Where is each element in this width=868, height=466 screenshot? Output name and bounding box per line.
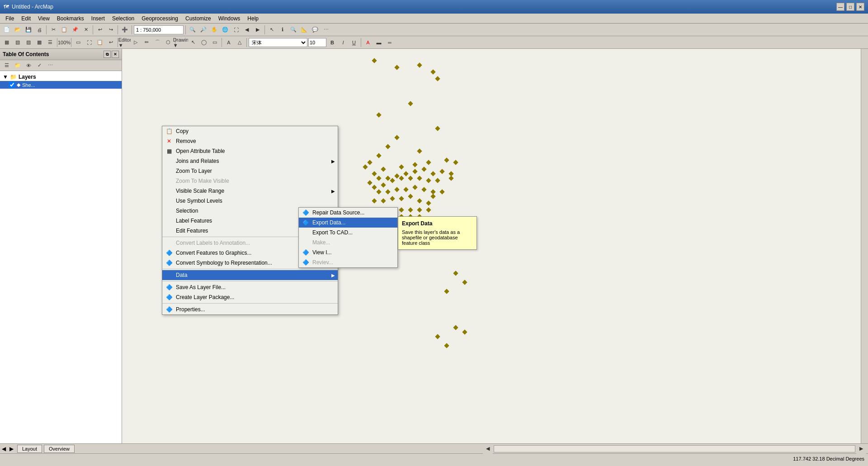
right-scrollbar[interactable] (861, 49, 868, 443)
tab-overview[interactable]: Overview (44, 445, 75, 453)
ctx-open-attr[interactable]: ▦ Open Attribute Table (162, 146, 338, 156)
nav-prev[interactable]: ◀ (2, 446, 6, 452)
paste-btn[interactable]: 📌 (70, 25, 80, 35)
open-btn[interactable]: 📂 (13, 25, 23, 35)
ctx-repair-ds[interactable]: 🔷 Repair Data Source... (299, 208, 397, 218)
copy-btn[interactable]: 📋 (59, 25, 69, 35)
menu-insert[interactable]: Insert (88, 14, 108, 23)
new-btn[interactable]: 📄 (2, 25, 12, 35)
info-btn[interactable]: ℹ (278, 25, 288, 35)
full-extent-btn[interactable]: ⛶ (231, 25, 241, 35)
edit-btn1[interactable]: ▷ (131, 38, 141, 48)
print-btn[interactable]: 🖨 (34, 25, 44, 35)
layout-btn1[interactable]: ▭ (73, 38, 83, 48)
close-button[interactable]: ✕ (856, 3, 864, 11)
editor-dropdown[interactable]: Editor ▼ (120, 38, 130, 48)
minimize-button[interactable]: — (836, 3, 844, 11)
toc-list-btn[interactable]: ☰ (2, 61, 12, 71)
menu-geoprocessing[interactable]: Geoprocessing (138, 14, 182, 23)
find-btn[interactable]: 🔍 (288, 25, 298, 35)
html-popup-btn[interactable]: 💬 (310, 25, 320, 35)
layout-btn3[interactable]: 📋 (95, 38, 105, 48)
scroll-left[interactable]: ◀ (483, 444, 493, 454)
edit-btn3[interactable]: ⌒ (152, 38, 162, 48)
cut-btn[interactable]: ✂ (48, 25, 58, 35)
layer-icon1[interactable]: ▦ (2, 38, 12, 48)
toc-close-btn[interactable]: ✕ (112, 51, 119, 58)
ctx-export-cad[interactable]: Export To CAD... (299, 228, 397, 238)
edit-btn4[interactable]: ⬡ (163, 38, 173, 48)
ctx-zoom-layer[interactable]: Zoom To Layer (162, 166, 338, 176)
fill-color-btn[interactable]: ▬ (374, 38, 384, 48)
maximize-button[interactable]: □ (846, 3, 854, 11)
zoom-in-btn[interactable]: 🔍 (188, 25, 198, 35)
redo-btn[interactable]: ↪ (106, 25, 116, 35)
menu-file[interactable]: File (2, 14, 18, 23)
layout-btn4[interactable]: ↩ (106, 38, 116, 48)
draw-circle[interactable]: ◯ (199, 38, 209, 48)
menu-edit[interactable]: Edit (18, 14, 34, 23)
layer-checkbox[interactable] (9, 82, 15, 88)
menu-customize[interactable]: Customize (182, 14, 215, 23)
layer-icon4[interactable]: ▩ (34, 38, 44, 48)
map-area[interactable]: 📋 Copy ✕ Remove ▦ Open Attribute Table J… (122, 49, 861, 443)
tab-layout[interactable]: Layout (17, 445, 42, 453)
menu-windows[interactable]: Windows (215, 14, 244, 23)
toc-float-btn[interactable]: ⧉ (104, 51, 111, 58)
line-color-btn[interactable]: ═ (385, 38, 395, 48)
ctx-remove[interactable]: ✕ Remove (162, 136, 338, 146)
italic-btn[interactable]: I (338, 38, 348, 48)
font-selector[interactable]: 宋体 (249, 38, 307, 47)
draw-ptr[interactable]: ↖ (188, 38, 198, 48)
ctx-copy[interactable]: 📋 Copy (162, 126, 338, 136)
drawing-dropdown[interactable]: Drawing ▼ (177, 38, 187, 48)
menu-selection[interactable]: Selection (108, 14, 138, 23)
menu-bookmarks[interactable]: Bookmarks (53, 14, 88, 23)
nav-next[interactable]: ▶ (9, 446, 14, 452)
layer-item[interactable]: ◆ She... (0, 81, 122, 89)
font-size-input[interactable] (308, 38, 326, 47)
back-btn[interactable]: ◀ (242, 25, 252, 35)
measure-btn[interactable]: 📐 (299, 25, 309, 35)
add-data-btn[interactable]: ➕ (120, 25, 130, 35)
more-tools[interactable]: ⋯ (321, 25, 331, 35)
toc-select-btn[interactable]: ✓ (34, 61, 44, 71)
font-color-btn[interactable]: A (363, 38, 373, 48)
toc-more-btn[interactable]: ⋯ (45, 61, 55, 71)
group-icon: 📁 (10, 74, 17, 80)
select-btn[interactable]: ↖ (267, 25, 277, 35)
ctx-export-data[interactable]: 🔷 Export Data... (299, 218, 397, 228)
ctx-visible-scale[interactable]: Visible Scale Range ▶ (162, 186, 338, 196)
text-btn[interactable]: A (224, 38, 234, 48)
delete-btn[interactable]: ✕ (81, 25, 91, 35)
edit-btn2[interactable]: ✏ (142, 38, 151, 48)
bottom-scrollbar[interactable] (494, 445, 855, 452)
scale-input[interactable] (134, 25, 184, 34)
ctx-save-layer[interactable]: 🔷 Save As Layer File... (162, 282, 338, 292)
toc-source-btn[interactable]: 📁 (13, 61, 23, 71)
layout-btn2[interactable]: ⛶ (84, 38, 94, 48)
ctx-use-symbol[interactable]: Use Symbol Levels (162, 196, 338, 206)
ctx-joins[interactable]: Joins and Relates ▶ (162, 156, 338, 166)
underline-btn[interactable]: U (349, 38, 359, 48)
layer-icon3[interactable]: ▨ (24, 38, 33, 48)
ctx-data[interactable]: Data ▶ (162, 270, 338, 280)
fwd-btn[interactable]: ▶ (253, 25, 263, 35)
draw-rect[interactable]: ▭ (210, 38, 220, 48)
save-btn[interactable]: 💾 (24, 25, 33, 35)
layer-icon5[interactable]: ☰ (45, 38, 55, 48)
undo-btn[interactable]: ↩ (95, 25, 105, 35)
pan-btn[interactable]: ✋ (209, 25, 219, 35)
layer-icon2[interactable]: ▧ (13, 38, 23, 48)
ctx-properties[interactable]: 🔷 Properties... (162, 304, 338, 314)
menu-help[interactable]: Help (244, 14, 262, 23)
globe-btn[interactable]: 🌐 (220, 25, 230, 35)
zoom-out-btn[interactable]: 🔎 (198, 25, 208, 35)
menu-view[interactable]: View (34, 14, 53, 23)
scroll-right[interactable]: ▶ (856, 444, 866, 454)
bold-btn[interactable]: B (327, 38, 337, 48)
callout-btn[interactable]: △ (235, 38, 245, 48)
ctx-view-item[interactable]: 🔷 View I... (299, 247, 397, 257)
toc-vis-btn[interactable]: 👁 (24, 61, 33, 71)
ctx-create-pkg[interactable]: 🔷 Create Layer Package... (162, 292, 338, 302)
